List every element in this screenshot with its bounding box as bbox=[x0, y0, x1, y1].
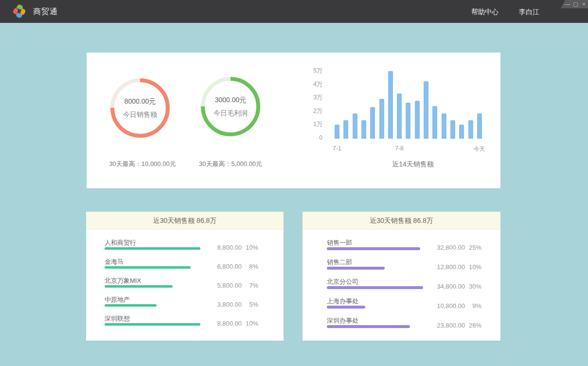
customers-ranking-panel: 近30天销售额 86.8万 人和商贸行8,800.0010%金海马6,800.0… bbox=[86, 212, 284, 341]
panel-header: 近30天销售额 86.8万 bbox=[86, 212, 284, 230]
panel-title: 近30天销售额 86.8万 bbox=[153, 217, 217, 224]
row-bar bbox=[105, 266, 191, 269]
gauge-value: 3000.00元 bbox=[215, 96, 247, 105]
row-percent: 10% bbox=[465, 263, 481, 271]
row-bar bbox=[327, 306, 365, 309]
row-values: 23,800.0026% bbox=[431, 322, 481, 329]
sales-bar-1 bbox=[343, 120, 348, 139]
app-title: 商贸通 bbox=[33, 7, 58, 17]
sales-bar-8 bbox=[406, 103, 410, 139]
sales-bar-14 bbox=[459, 125, 464, 139]
ranking-row: 北京分公司34,800.0030% bbox=[303, 276, 500, 296]
row-values: 5,800.007% bbox=[208, 282, 258, 289]
row-percent: 26% bbox=[465, 322, 481, 329]
row-bar bbox=[105, 304, 157, 307]
pinwheel-logo-icon bbox=[13, 5, 26, 18]
ranking-row: 北京万象MIX5,800.007% bbox=[86, 275, 284, 294]
y-tick-label: 1万 bbox=[313, 120, 322, 128]
row-amount: 8,800.00 bbox=[208, 244, 242, 251]
row-amount: 3,800.00 bbox=[208, 301, 242, 308]
row-label: 中原地产 bbox=[105, 295, 130, 304]
close-button[interactable]: × bbox=[580, 0, 588, 8]
window-controls: — ▢ × bbox=[561, 0, 588, 8]
departments-ranking-panel: 近30天销售额 86.8万 销售一部32,800.0025%销售二部12,800… bbox=[303, 212, 500, 341]
row-percent: 7% bbox=[242, 282, 258, 289]
row-label: 北京万象MIX bbox=[105, 276, 141, 285]
row-bar bbox=[327, 247, 420, 250]
row-bar bbox=[327, 286, 423, 289]
x-tick-label: 7-1 bbox=[333, 145, 341, 152]
row-amount: 6,800.00 bbox=[208, 263, 242, 270]
row-label: 深圳联想 bbox=[105, 314, 130, 323]
sales-bar-4 bbox=[370, 107, 375, 139]
sales-bar-3 bbox=[361, 120, 366, 139]
y-tick-label: 3万 bbox=[313, 93, 322, 102]
row-values: 34,800.0030% bbox=[431, 283, 481, 290]
row-percent: 9% bbox=[465, 302, 481, 310]
sales-bar-0 bbox=[335, 125, 339, 139]
row-amount: 23,800.00 bbox=[431, 322, 465, 329]
y-tick-label: 2万 bbox=[313, 107, 322, 115]
x-tick-label: 7-8 bbox=[395, 145, 403, 152]
row-percent: 10% bbox=[242, 320, 258, 327]
panel-body: 人和商贸行8,800.0010%金海马6,800.008%北京万象MIX5,80… bbox=[86, 230, 284, 332]
row-label: 北京分公司 bbox=[327, 277, 358, 286]
row-values: 8,800.0010% bbox=[208, 244, 258, 251]
row-label: 销售一部 bbox=[327, 238, 352, 247]
row-bar bbox=[105, 247, 200, 250]
row-percent: 30% bbox=[465, 283, 481, 290]
ranking-row: 金海马6,800.008% bbox=[86, 256, 284, 275]
row-percent: 8% bbox=[242, 263, 258, 270]
sales-bar-7 bbox=[397, 93, 402, 139]
row-percent: 10% bbox=[242, 244, 258, 251]
gauge-label: 今日销售额 bbox=[123, 110, 157, 119]
sales-bar-5 bbox=[379, 99, 384, 139]
ranking-row: 深圳办事处23,800.0026% bbox=[303, 315, 500, 335]
row-amount: 10,800.00 bbox=[431, 302, 465, 310]
top-bar: 商贸通 帮助中心 李白江 — ▢ × bbox=[0, 0, 588, 23]
gauge-label: 今日毛利润 bbox=[214, 109, 248, 118]
row-amount: 5,800.00 bbox=[208, 282, 242, 289]
row-label: 深圳办事处 bbox=[327, 316, 358, 325]
sales-bar-16 bbox=[477, 113, 482, 139]
help-center-link[interactable]: 帮助中心 bbox=[471, 8, 499, 16]
ranking-row: 中原地产3,800.005% bbox=[86, 294, 284, 313]
row-bar bbox=[327, 267, 385, 270]
sales-bar-12 bbox=[442, 113, 446, 139]
row-values: 6,800.008% bbox=[208, 263, 258, 270]
row-amount: 32,800.00 bbox=[431, 244, 465, 251]
row-amount: 8,800.00 bbox=[208, 320, 242, 327]
row-values: 12,800.0010% bbox=[431, 263, 481, 271]
overview-panel: 8000.00元 今日销售额 30天最高：10,000.00元 3000.00元… bbox=[87, 53, 500, 188]
maximize-button[interactable]: ▢ bbox=[571, 0, 580, 8]
row-label: 金海马 bbox=[105, 257, 124, 266]
ranking-row: 销售一部32,800.0025% bbox=[303, 238, 500, 257]
gauge-value: 8000.00元 bbox=[125, 97, 156, 106]
sales-bar-15 bbox=[468, 120, 473, 139]
bar-chart-bars bbox=[335, 53, 491, 139]
y-tick-label: 4万 bbox=[313, 80, 322, 88]
ranking-row: 销售二部12,800.0010% bbox=[303, 257, 500, 276]
row-values: 8,800.0010% bbox=[208, 320, 258, 327]
user-name-link[interactable]: 李白江 bbox=[519, 8, 539, 16]
row-bar bbox=[327, 325, 410, 328]
panel-title: 近30天销售额 86.8万 bbox=[370, 217, 433, 224]
profit-30d-max: 30天最高：5,000.00元 bbox=[177, 160, 284, 168]
row-values: 32,800.0025% bbox=[431, 244, 481, 251]
row-label: 人和商贸行 bbox=[105, 238, 136, 247]
sales-bar-10 bbox=[424, 81, 428, 139]
today-sales-gauge: 8000.00元 今日销售额 bbox=[110, 78, 170, 138]
minimize-button[interactable]: — bbox=[563, 0, 571, 8]
bar-chart-x-axis: 7-17-8今天 bbox=[335, 145, 491, 153]
sales-bar-9 bbox=[415, 101, 420, 139]
ranking-row: 人和商贸行8,800.0010% bbox=[86, 238, 284, 256]
row-bar bbox=[105, 323, 200, 326]
ranking-row: 上海办事处10,800.009% bbox=[303, 296, 500, 315]
row-percent: 25% bbox=[465, 244, 481, 251]
row-label: 上海办事处 bbox=[327, 297, 358, 306]
row-values: 3,800.005% bbox=[208, 301, 258, 308]
sales-bar-13 bbox=[450, 120, 455, 139]
row-bar bbox=[105, 285, 173, 288]
y-tick-label: 5万 bbox=[313, 67, 322, 75]
panel-body: 销售一部32,800.0025%销售二部12,800.0010%北京分公司34,… bbox=[303, 230, 500, 335]
